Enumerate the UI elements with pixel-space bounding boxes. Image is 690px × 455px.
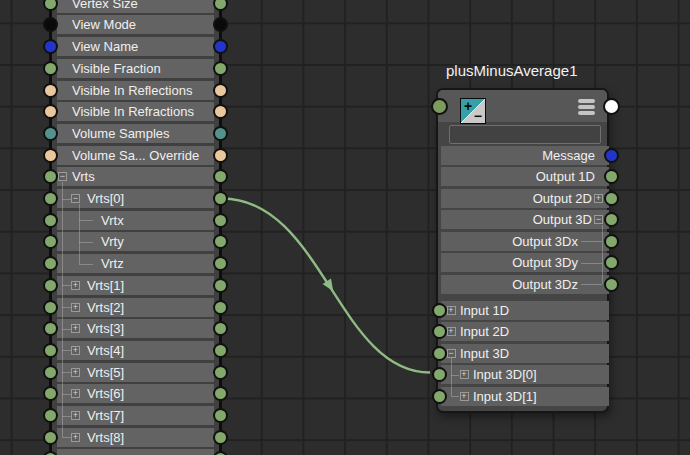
port-green[interactable] <box>604 234 619 249</box>
expand-icon[interactable]: + <box>594 194 603 203</box>
expand-icon[interactable]: + <box>71 303 80 312</box>
port-green[interactable] <box>213 61 228 76</box>
attribute-row[interactable]: Input 3D <box>441 344 609 363</box>
port-blue[interactable] <box>213 39 228 54</box>
port-green[interactable] <box>43 365 58 380</box>
port-peach[interactable] <box>213 148 228 163</box>
port-green[interactable] <box>432 324 447 339</box>
port-green[interactable] <box>432 346 447 361</box>
port-green[interactable] <box>604 212 619 227</box>
port-green[interactable] <box>213 408 228 423</box>
port-green[interactable] <box>43 256 58 271</box>
port-peach[interactable] <box>43 148 58 163</box>
port-green[interactable] <box>432 367 447 382</box>
expand-icon[interactable]: + <box>71 433 80 442</box>
port-green[interactable] <box>43 213 58 228</box>
expand-icon[interactable]: + <box>460 392 469 401</box>
node-rename-field[interactable] <box>449 125 601 144</box>
port-green[interactable] <box>43 300 58 315</box>
port-teal[interactable] <box>43 126 58 141</box>
expand-icon[interactable]: + <box>71 368 80 377</box>
port-green[interactable] <box>213 0 228 11</box>
attribute-row[interactable]: Vertex Size <box>57 0 214 13</box>
port-green[interactable] <box>213 300 228 315</box>
attribute-row[interactable]: Visible In Reflections <box>57 81 214 100</box>
port-green[interactable] <box>213 169 228 184</box>
port-green[interactable] <box>213 343 228 358</box>
attribute-row[interactable]: Vrts[5] <box>57 363 214 382</box>
menu-icon[interactable] <box>578 99 595 117</box>
expand-icon[interactable]: + <box>71 346 80 355</box>
port-blue[interactable] <box>604 148 619 163</box>
port-green[interactable] <box>213 365 228 380</box>
attribute-row[interactable]: Vrts[7] <box>57 406 214 425</box>
attribute-row[interactable]: Volume Sa... Override <box>57 146 214 165</box>
attribute-row[interactable]: View Name <box>57 37 214 56</box>
port-green[interactable] <box>213 191 228 206</box>
port-green[interactable] <box>43 191 58 206</box>
expand-icon[interactable]: + <box>71 281 80 290</box>
expand-icon[interactable]: + <box>71 389 80 398</box>
port-green[interactable] <box>43 61 58 76</box>
attribute-row[interactable]: Output 1D <box>441 167 609 186</box>
plus-minus-average-node[interactable]: + − MessageOutput 1DOutput 2D+Output 3D−… <box>436 88 609 413</box>
collapse-icon[interactable]: − <box>594 215 603 224</box>
port-black[interactable] <box>213 17 228 32</box>
port-green[interactable] <box>213 430 228 445</box>
expand-icon[interactable]: + <box>447 306 456 315</box>
port-olive[interactable] <box>431 98 448 115</box>
port-green[interactable] <box>213 213 228 228</box>
mesh-node[interactable]: Vertex SizeView ModeView NameVisible Fra… <box>49 0 222 455</box>
attribute-row[interactable]: Input 1D <box>441 301 609 320</box>
attribute-row[interactable]: Vrts[0] <box>57 189 214 208</box>
attribute-row[interactable]: Vrts[2] <box>57 298 214 317</box>
attribute-row[interactable]: Visible Fraction <box>57 59 214 78</box>
port-peach[interactable] <box>213 104 228 119</box>
port-green[interactable] <box>43 430 58 445</box>
port-green[interactable] <box>604 169 619 184</box>
port-green[interactable] <box>43 408 58 423</box>
connection-arrow-icon <box>323 279 338 295</box>
attribute-row[interactable]: Visible In Refractions <box>57 102 214 121</box>
attribute-row[interactable]: Vrts[6] <box>57 384 214 403</box>
attribute-row[interactable]: Vrts[1] <box>57 276 214 295</box>
port-green[interactable] <box>432 389 447 404</box>
attribute-row[interactable]: Output 3D <box>441 210 609 229</box>
expand-icon[interactable]: + <box>71 324 80 333</box>
port-blue[interactable] <box>43 39 58 54</box>
port-green[interactable] <box>604 255 619 270</box>
connection-wire[interactable] <box>222 199 430 373</box>
port-green[interactable] <box>43 343 58 358</box>
collapse-icon[interactable]: − <box>58 172 67 181</box>
attribute-row[interactable]: Vrts[4] <box>57 341 214 360</box>
port-green[interactable] <box>604 191 619 206</box>
attribute-row[interactable]: Vrts[8] <box>57 428 214 447</box>
port-peach[interactable] <box>43 83 58 98</box>
node-editor-canvas[interactable]: Vertex SizeView ModeView NameVisible Fra… <box>0 0 690 455</box>
port-green[interactable] <box>213 256 228 271</box>
port-green[interactable] <box>43 278 58 293</box>
port-green[interactable] <box>213 278 228 293</box>
port-white[interactable] <box>603 98 620 115</box>
attribute-row[interactable]: Output 2D <box>441 189 609 208</box>
expand-icon[interactable]: + <box>460 370 469 379</box>
attribute-row[interactable]: Volume Samples <box>57 124 214 143</box>
collapse-icon[interactable]: − <box>71 194 80 203</box>
expand-icon[interactable]: + <box>71 411 80 420</box>
port-green[interactable] <box>432 303 447 318</box>
attribute-row[interactable]: Message <box>441 146 609 165</box>
attribute-row[interactable]: View Mode <box>57 15 214 34</box>
expand-icon[interactable]: + <box>447 327 456 336</box>
attribute-row[interactable]: Vrts[3] <box>57 319 214 338</box>
port-green[interactable] <box>213 451 228 455</box>
attribute-row[interactable]: Vrts <box>57 167 214 186</box>
port-peach[interactable] <box>213 83 228 98</box>
port-green[interactable] <box>213 321 228 336</box>
attribute-row[interactable] <box>57 449 214 455</box>
port-green[interactable] <box>213 386 228 401</box>
attribute-row[interactable]: Input 2D <box>441 322 609 341</box>
port-teal[interactable] <box>213 126 228 141</box>
port-green[interactable] <box>213 234 228 249</box>
collapse-icon[interactable]: − <box>447 349 456 358</box>
port-green[interactable] <box>604 277 619 292</box>
